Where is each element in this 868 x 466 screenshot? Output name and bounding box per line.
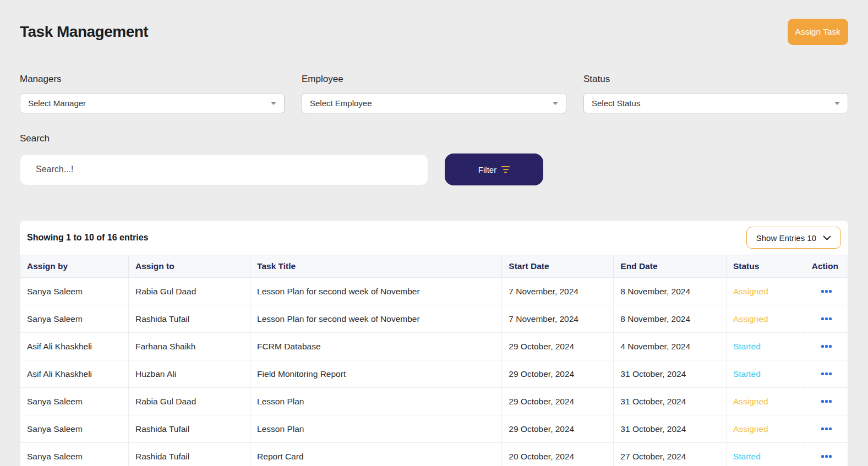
manager-select[interactable]: Select Manager bbox=[20, 93, 285, 113]
start-date-cell: 29 October, 2024 bbox=[502, 388, 614, 415]
end-date-cell: 31 October, 2024 bbox=[614, 360, 727, 388]
table-row: Asif Ali KhaskheliHuzban AliField Monito… bbox=[20, 360, 848, 388]
managers-filter: Managers Select Manager bbox=[20, 74, 285, 113]
column-header: Action bbox=[805, 255, 848, 278]
action-cell bbox=[805, 278, 848, 305]
table-row: Sanya SaleemRashida TufailReport Card20 … bbox=[20, 443, 848, 466]
chevron-down-icon bbox=[823, 235, 831, 240]
status-badge: Started bbox=[733, 342, 761, 351]
status-cell: Started bbox=[726, 333, 805, 360]
employee-select-value: Select Employee bbox=[310, 98, 372, 108]
start-date-cell: 7 November, 2024 bbox=[502, 305, 614, 333]
status-cell: Started bbox=[726, 443, 805, 466]
column-header: Status bbox=[726, 255, 805, 278]
task-title-cell: Lesson Plan for second week of November bbox=[250, 305, 502, 333]
assign-by-cell: Sanya Saleem bbox=[20, 305, 129, 333]
status-cell: Assigned bbox=[726, 415, 805, 443]
row-actions-ellipsis-button[interactable] bbox=[812, 317, 841, 320]
start-date-cell: 20 October, 2024 bbox=[502, 443, 614, 466]
column-header: Assign to bbox=[129, 255, 250, 278]
assign-to-cell: Huzban Ali bbox=[129, 360, 250, 388]
row-actions-ellipsis-button[interactable] bbox=[812, 400, 841, 403]
column-header: Task Title bbox=[250, 255, 502, 278]
status-filter: Status Select Status bbox=[583, 74, 848, 113]
tasks-table: Assign byAssign toTask TitleStart DateEn… bbox=[20, 255, 848, 466]
employee-select[interactable]: Select Employee bbox=[302, 93, 566, 113]
manager-select-value: Select Manager bbox=[28, 98, 86, 108]
status-select-value: Select Status bbox=[592, 98, 640, 108]
assign-to-cell: Rashida Tufail bbox=[129, 305, 250, 333]
assign-to-cell: Rabia Gul Daad bbox=[129, 278, 250, 305]
end-date-cell: 4 November, 2024 bbox=[614, 333, 727, 360]
action-cell bbox=[805, 415, 848, 443]
column-header: Start Date bbox=[502, 255, 614, 278]
table-row: Asif Ali KhaskheliFarhana ShaikhFCRM Dat… bbox=[20, 333, 848, 360]
start-date-cell: 29 October, 2024 bbox=[502, 333, 614, 360]
assign-to-cell: Farhana Shaikh bbox=[129, 333, 250, 360]
table-header-row: Assign byAssign toTask TitleStart DateEn… bbox=[20, 255, 848, 278]
caret-down-icon bbox=[553, 102, 558, 105]
filters-row: Managers Select Manager Employee Select … bbox=[20, 74, 848, 113]
table-toolbar: Showing 1 to 10 of 16 entries Show Entri… bbox=[20, 221, 848, 255]
search-input[interactable] bbox=[20, 154, 428, 185]
end-date-cell: 31 October, 2024 bbox=[614, 388, 727, 415]
tasks-table-card: Showing 1 to 10 of 16 entries Show Entri… bbox=[20, 221, 848, 466]
assign-by-cell: Sanya Saleem bbox=[20, 443, 129, 466]
task-management-page: Task Management Assign Task Managers Sel… bbox=[0, 19, 868, 466]
assign-by-cell: Sanya Saleem bbox=[20, 388, 129, 415]
status-badge: Assigned bbox=[733, 424, 768, 434]
table-row: Sanya SaleemRabia Gul DaadLesson Plan29 … bbox=[20, 388, 848, 415]
status-cell: Assigned bbox=[726, 305, 805, 333]
action-cell bbox=[805, 333, 848, 360]
managers-label: Managers bbox=[20, 74, 285, 85]
end-date-cell: 8 November, 2024 bbox=[614, 278, 727, 305]
search-label: Search bbox=[20, 133, 848, 144]
filter-button-label: Filter bbox=[478, 165, 496, 174]
table-body: Sanya SaleemRabia Gul DaadLesson Plan fo… bbox=[20, 278, 848, 466]
show-entries-label: Show Entries 10 bbox=[756, 233, 816, 243]
status-badge: Started bbox=[733, 452, 761, 461]
assign-task-button[interactable]: Assign Task bbox=[788, 19, 848, 45]
assign-to-cell: Rashida Tufail bbox=[129, 443, 250, 466]
assign-to-cell: Rabia Gul Daad bbox=[129, 388, 250, 415]
end-date-cell: 27 October, 2024 bbox=[614, 443, 727, 466]
action-cell bbox=[805, 388, 848, 415]
status-cell: Started bbox=[726, 360, 805, 388]
row-actions-ellipsis-button[interactable] bbox=[812, 427, 841, 430]
assign-by-cell: Asif Ali Khaskheli bbox=[20, 360, 129, 388]
column-header: Assign by bbox=[20, 255, 129, 278]
entries-summary: Showing 1 to 10 of 16 entries bbox=[27, 233, 149, 243]
task-title-cell: Lesson Plan bbox=[250, 415, 502, 443]
task-title-cell: FCRM Database bbox=[250, 333, 502, 360]
status-badge: Started bbox=[733, 369, 761, 379]
filter-button[interactable]: Filter bbox=[445, 153, 543, 185]
status-cell: Assigned bbox=[726, 388, 805, 415]
status-badge: Assigned bbox=[733, 287, 768, 296]
search-section: Search Filter bbox=[20, 133, 848, 185]
status-cell: Assigned bbox=[726, 278, 805, 305]
task-title-cell: Lesson Plan for second week of November bbox=[250, 278, 502, 305]
show-entries-dropdown[interactable]: Show Entries 10 bbox=[746, 227, 841, 249]
page-title: Task Management bbox=[20, 23, 148, 41]
row-actions-ellipsis-button[interactable] bbox=[812, 345, 841, 348]
task-title-cell: Report Card bbox=[250, 443, 502, 466]
filter-funnel-icon bbox=[501, 166, 510, 173]
start-date-cell: 29 October, 2024 bbox=[502, 360, 614, 388]
start-date-cell: 7 November, 2024 bbox=[502, 278, 614, 305]
action-cell bbox=[805, 443, 848, 466]
column-header: End Date bbox=[614, 255, 727, 278]
table-row: Sanya SaleemRabia Gul DaadLesson Plan fo… bbox=[20, 278, 848, 305]
assign-by-cell: Sanya Saleem bbox=[20, 415, 129, 443]
caret-down-icon bbox=[271, 102, 276, 105]
end-date-cell: 31 October, 2024 bbox=[614, 415, 727, 443]
employee-filter: Employee Select Employee bbox=[302, 74, 566, 113]
caret-down-icon bbox=[834, 102, 840, 105]
assign-to-cell: Rashida Tufail bbox=[129, 415, 250, 443]
row-actions-ellipsis-button[interactable] bbox=[812, 372, 841, 375]
status-select[interactable]: Select Status bbox=[583, 93, 848, 113]
end-date-cell: 8 November, 2024 bbox=[614, 305, 727, 333]
task-title-cell: Field Monitoring Report bbox=[250, 360, 502, 388]
employee-label: Employee bbox=[302, 74, 566, 85]
row-actions-ellipsis-button[interactable] bbox=[812, 290, 841, 293]
row-actions-ellipsis-button[interactable] bbox=[812, 455, 841, 458]
